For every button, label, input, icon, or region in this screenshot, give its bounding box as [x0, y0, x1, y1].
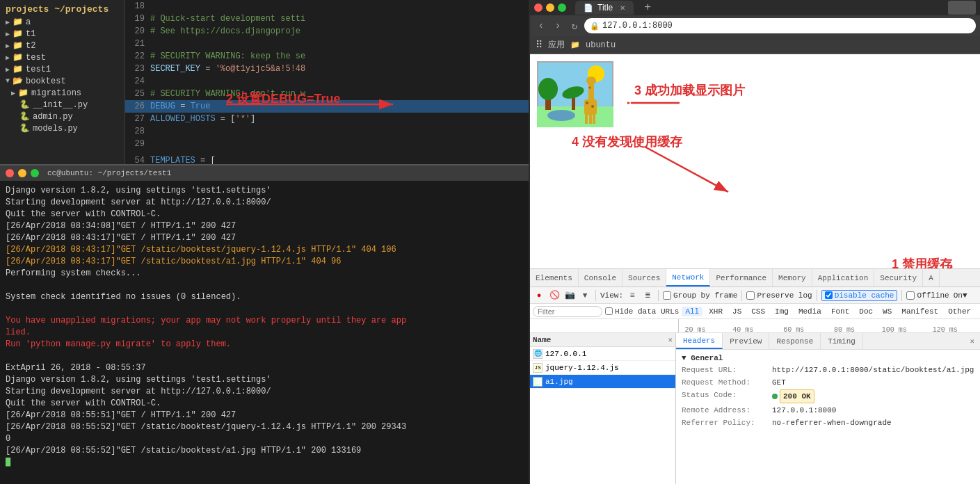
folder-icon: 📁 — [13, 40, 23, 51]
py-icon: 🐍 — [19, 123, 30, 134]
folder-open-icon: 📂 — [13, 76, 23, 86]
collapse-icon: ▶ — [11, 89, 15, 97]
request-method-key: Request Method: — [682, 377, 772, 388]
devtools-tab-network[interactable]: Network — [666, 269, 710, 287]
filter-type-other[interactable]: Other — [945, 307, 974, 316]
details-tab-headers[interactable]: Headers — [676, 333, 723, 349]
browser-max-btn[interactable] — [558, 3, 566, 12]
terminal-body: Django version 1.8.2, using settings 'te… — [0, 181, 529, 473]
win-close-btn[interactable] — [6, 169, 14, 177]
net-icon-js: JS — [533, 363, 543, 373]
browser-tab-active[interactable]: 📄 Title ✕ — [575, 1, 634, 15]
filter-type-img[interactable]: Img — [771, 307, 792, 316]
file-tree-item[interactable]: ▶ 📁 test1 — [0, 63, 124, 75]
back-btn[interactable]: ‹ — [534, 19, 548, 33]
preserve-log-option[interactable]: Preserve log — [746, 291, 812, 300]
browser-min-btn[interactable] — [546, 3, 554, 12]
devtools-tab-console[interactable]: Console — [579, 269, 622, 287]
collapse-icon: ▶ — [6, 54, 10, 62]
collapse-icon: ▶ — [6, 42, 10, 50]
refresh-btn[interactable]: ↻ — [568, 19, 581, 33]
filter-type-font[interactable]: Font — [828, 307, 853, 316]
svg-point-13 — [586, 102, 588, 104]
hide-data-urls-option[interactable]: Hide data URLs — [605, 307, 679, 316]
lock-icon: 🔒 — [590, 22, 600, 31]
details-tab-response[interactable]: Response — [769, 333, 821, 349]
tab-close-btn[interactable]: ✕ — [620, 4, 625, 12]
hide-data-urls-checkbox[interactable] — [605, 307, 613, 315]
svg-point-15 — [589, 87, 591, 89]
devtools-tab-elements[interactable]: Elements — [530, 269, 579, 287]
terminal-line — [6, 350, 523, 362]
camera-btn[interactable]: 📷 — [563, 289, 576, 302]
annotation-debug: 2 设置DEBUG=True — [226, 90, 341, 107]
file-tree-item[interactable]: ▶ 📁 test — [0, 51, 124, 63]
file-tree-item-booktest[interactable]: ▼ 📂 booktest — [0, 75, 124, 87]
filter-type-media[interactable]: Media — [795, 307, 825, 316]
group-by-frame-checkbox[interactable] — [663, 291, 671, 300]
devtools-tab-sources[interactable]: Sources — [622, 269, 666, 287]
waterfall-view-btn[interactable]: ≣ — [641, 289, 654, 302]
annotation-3: 3 成功加载显示图片 — [634, 82, 745, 99]
address-bar[interactable]: 🔒 127.0.0.1:8000 — [584, 18, 976, 33]
network-item-a1jpg[interactable]: 🖼 a1.jpg — [530, 375, 675, 389]
details-close-btn[interactable]: ✕ — [964, 337, 980, 346]
close-panel-btn[interactable]: ✕ — [668, 335, 673, 344]
file-tree-item[interactable]: ▶ 📁 t2 — [0, 40, 124, 51]
disable-cache-checkbox[interactable] — [825, 291, 833, 299]
folder-icon: 📁 — [13, 64, 23, 74]
forward-btn[interactable]: › — [551, 19, 565, 33]
list-view-btn[interactable]: ≡ — [626, 289, 638, 302]
win-min-btn[interactable] — [18, 169, 26, 177]
ubuntu-bookmark[interactable]: ubuntu — [586, 40, 616, 50]
details-tab-preview[interactable]: Preview — [723, 333, 769, 349]
new-tab-btn[interactable]: + — [637, 1, 658, 15]
file-tree-item[interactable]: ▶ 📁 a — [0, 16, 124, 28]
network-item-root[interactable]: 🌐 127.0.0.1 — [530, 347, 675, 361]
network-item-jquery[interactable]: JS jquery-1.12.4.js — [530, 361, 675, 375]
filter-type-all[interactable]: All — [682, 307, 702, 316]
devtools-filter-bar: Hide data URLs All XHR JS CSS Img Media … — [530, 304, 980, 319]
devtools-tab-performance[interactable]: Performance — [710, 269, 773, 287]
filter-type-xhr[interactable]: XHR — [705, 307, 726, 316]
disable-cache-option[interactable]: Disable cache — [821, 290, 898, 301]
terminal-line: [26/Apr/2018 08:55:52]"GET /static/bookt… — [6, 445, 523, 457]
group-by-frame-option[interactable]: Group by frame — [663, 291, 737, 300]
devtools-tab-more[interactable]: A — [923, 269, 940, 287]
terminal-line-warning: You have unapplied migrations; your app … — [6, 315, 523, 327]
devtools-toolbar: ● 🚫 📷 ▼ View: ≡ ≣ Group by frame Preserv… — [530, 287, 980, 304]
file-tree-item-migrations[interactable]: ▶ 📁 migrations — [0, 87, 124, 99]
filter-input[interactable] — [533, 306, 602, 317]
record-btn[interactable]: ● — [533, 289, 545, 302]
separator — [658, 290, 659, 301]
file-tree-item-init[interactable]: 🐍 __init__.py — [0, 99, 124, 111]
offline-option[interactable]: Offline — [906, 291, 949, 300]
file-tree-item-admin[interactable]: 🐍 admin.py — [0, 111, 124, 122]
details-tab-timing[interactable]: Timing — [821, 333, 863, 349]
terminal-line: ExtApril 26, 2018 - 08:55:37 — [6, 362, 523, 374]
apps-icon[interactable]: ⠿ — [536, 39, 543, 51]
filter-type-ws[interactable]: WS — [879, 307, 895, 316]
devtools-tab-memory[interactable]: Memory — [773, 269, 812, 287]
file-tree-header: projects ~/projects — [0, 3, 124, 16]
offline-checkbox[interactable] — [906, 291, 915, 300]
clear-btn[interactable]: 🚫 — [548, 289, 561, 302]
status-code-text: 200 OK — [780, 389, 814, 403]
code-lines: 18 19 # Quick-start development setti 20… — [125, 0, 529, 167]
win-max-btn[interactable] — [31, 169, 39, 177]
svg-point-12 — [586, 76, 596, 85]
filter-type-manifest[interactable]: Manifest — [898, 307, 942, 316]
filter-type-js[interactable]: JS — [729, 307, 745, 316]
code-line: 19 # Quick-start development setti — [125, 13, 529, 25]
browser-close-btn[interactable] — [534, 3, 543, 12]
filter-type-css[interactable]: CSS — [748, 307, 769, 316]
devtools-tab-application[interactable]: Application — [812, 269, 875, 287]
file-tree-item[interactable]: ▶ 📁 t1 — [0, 28, 124, 40]
preserve-log-checkbox[interactable] — [746, 291, 755, 300]
devtools-tab-security[interactable]: Security — [874, 269, 923, 287]
filter-btn[interactable]: ▼ — [579, 289, 591, 302]
page-illustration-svg — [537, 61, 613, 127]
filter-type-doc[interactable]: Doc — [856, 307, 876, 316]
svg-point-19 — [547, 110, 575, 121]
file-tree-item-models[interactable]: 🐍 models.py — [0, 122, 124, 134]
